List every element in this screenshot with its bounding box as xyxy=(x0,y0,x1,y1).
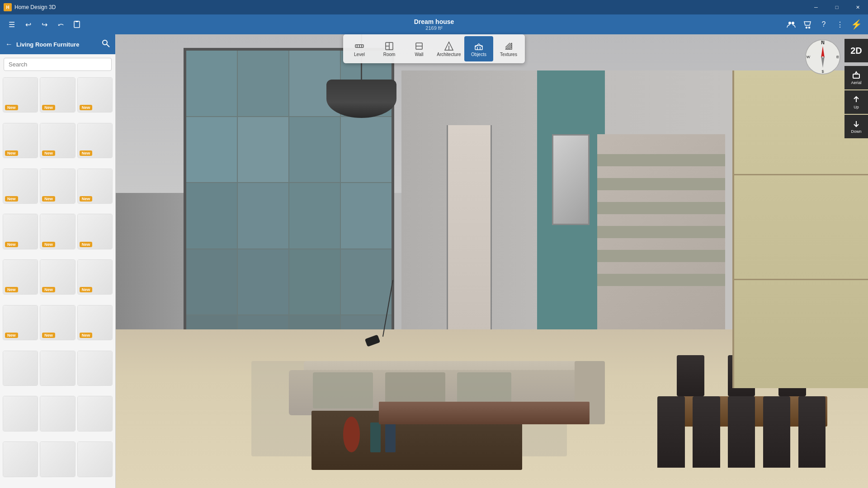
top-toolbar: ☰ ↩ ↪ ⤺ Dream house 2169 ft² ? xyxy=(0,14,868,34)
main-layout: ← Living Room Furniture NewNewNewNewNewN… xyxy=(0,34,868,488)
aerial-button[interactable]: Aerial xyxy=(844,66,868,89)
mode-toolbar: Level Room Wall Architecture Objects xyxy=(343,34,525,63)
svg-rect-35 xyxy=(853,74,859,78)
help-button[interactable]: ? xyxy=(816,17,831,32)
new-badge: New xyxy=(5,150,18,156)
undo-button[interactable]: ↩ xyxy=(21,17,35,32)
furniture-item-16[interactable]: New xyxy=(3,305,38,340)
svg-point-22 xyxy=(103,40,107,45)
sidebar-header: ← Living Room Furniture xyxy=(0,34,115,54)
svg-text:H: H xyxy=(6,5,9,10)
new-badge: New xyxy=(42,105,55,110)
new-badge: New xyxy=(80,196,93,202)
furniture-item-13[interactable]: New xyxy=(3,259,38,295)
mode-wall[interactable]: Wall xyxy=(405,36,434,61)
furniture-item-15[interactable]: New xyxy=(77,259,113,295)
svg-point-6 xyxy=(806,27,807,28)
new-badge: New xyxy=(42,333,55,338)
clipboard-button[interactable] xyxy=(70,17,84,32)
svg-line-23 xyxy=(107,44,109,47)
project-title: Dream house 2169 ft² xyxy=(414,18,454,31)
new-badge: New xyxy=(5,105,18,110)
furniture-item-21[interactable] xyxy=(77,351,113,386)
users-button[interactable] xyxy=(784,17,798,32)
mode-architecture[interactable]: Architecture xyxy=(434,36,463,61)
mode-room[interactable]: Room xyxy=(375,36,404,61)
furniture-item-14[interactable]: New xyxy=(40,259,75,295)
console-table xyxy=(379,402,590,424)
viewport[interactable]: N S E W 2D xyxy=(116,34,868,488)
sidebar-title: Living Room Furniture xyxy=(16,41,98,48)
furniture-item-19[interactable] xyxy=(3,351,38,386)
furniture-item-8[interactable]: New xyxy=(40,169,75,204)
search-input[interactable] xyxy=(4,58,112,71)
furniture-item-25[interactable] xyxy=(3,441,38,477)
app-icon: H xyxy=(4,3,12,11)
furniture-item-22[interactable] xyxy=(3,396,38,431)
mode-objects[interactable]: Objects xyxy=(464,36,493,61)
new-badge: New xyxy=(80,150,93,156)
furniture-item-26[interactable] xyxy=(40,441,75,477)
furniture-item-2[interactable]: New xyxy=(40,77,75,113)
back-button[interactable]: ⤺ xyxy=(53,17,68,32)
new-badge: New xyxy=(5,333,18,338)
furniture-item-23[interactable] xyxy=(40,396,75,431)
furniture-item-18[interactable]: New xyxy=(77,305,113,340)
menu-button[interactable]: ☰ xyxy=(5,17,19,32)
back-nav-button[interactable]: ← xyxy=(5,40,13,48)
new-badge: New xyxy=(80,333,93,338)
furniture-item-11[interactable]: New xyxy=(40,214,75,249)
furniture-item-3[interactable]: New xyxy=(77,77,113,113)
furniture-item-6[interactable]: New xyxy=(77,123,113,158)
new-badge: New xyxy=(42,287,55,292)
right-toolbar: ? ⋮ ⚡ xyxy=(784,17,863,32)
new-badge: New xyxy=(5,196,18,202)
furniture-grid: NewNewNewNewNewNewNewNewNewNewNewNewNewN… xyxy=(0,75,115,488)
furniture-item-17[interactable]: New xyxy=(40,305,75,340)
title-bar: H Home Design 3D ─ □ ✕ xyxy=(0,0,868,14)
app-title: Home Design 3D xyxy=(14,4,56,10)
new-badge: New xyxy=(80,287,93,292)
close-button[interactable]: ✕ xyxy=(847,0,868,14)
svg-point-7 xyxy=(809,27,810,28)
new-badge: New xyxy=(5,287,18,292)
new-badge: New xyxy=(42,150,55,156)
search-bar xyxy=(0,54,115,75)
new-badge: New xyxy=(42,196,55,202)
furniture-item-4[interactable]: New xyxy=(3,123,38,158)
view-controls: Aerial Up Down xyxy=(844,66,868,138)
down-button[interactable]: Down xyxy=(844,115,868,138)
new-badge: New xyxy=(80,105,93,110)
new-badge: New xyxy=(80,242,93,247)
left-sidebar: ← Living Room Furniture NewNewNewNewNewN… xyxy=(0,34,116,488)
furniture-item-1[interactable]: New xyxy=(3,77,38,113)
mode-textures[interactable]: Textures xyxy=(494,36,523,61)
more-button[interactable]: ⋮ xyxy=(833,17,847,32)
upgrade-button[interactable]: ⚡ xyxy=(849,17,863,32)
view-2d-button[interactable]: 2D xyxy=(844,39,868,62)
desk-lamp xyxy=(364,279,401,361)
wall-artwork xyxy=(552,134,590,225)
furniture-item-20[interactable] xyxy=(40,351,75,386)
svg-rect-2 xyxy=(74,21,80,28)
doorway xyxy=(447,125,492,334)
svg-point-5 xyxy=(792,22,794,24)
new-badge: New xyxy=(42,242,55,247)
compass: N S E W xyxy=(805,39,841,75)
furniture-item-9[interactable]: New xyxy=(77,169,113,204)
minimize-button[interactable]: ─ xyxy=(806,0,826,14)
redo-button[interactable]: ↪ xyxy=(37,17,52,32)
shop-button[interactable] xyxy=(800,17,815,32)
furniture-item-10[interactable]: New xyxy=(3,214,38,249)
furniture-item-7[interactable]: New xyxy=(3,169,38,204)
sidebar-search-icon[interactable] xyxy=(102,39,110,49)
up-button[interactable]: Up xyxy=(844,90,868,114)
furniture-item-24[interactable] xyxy=(77,396,113,431)
furniture-item-5[interactable]: New xyxy=(40,123,75,158)
furniture-item-12[interactable]: New xyxy=(77,214,113,249)
svg-rect-3 xyxy=(75,21,78,22)
mode-level[interactable]: Level xyxy=(345,36,374,61)
new-badge: New xyxy=(5,242,18,247)
maximize-button[interactable]: □ xyxy=(826,0,847,14)
furniture-item-27[interactable] xyxy=(77,441,113,477)
